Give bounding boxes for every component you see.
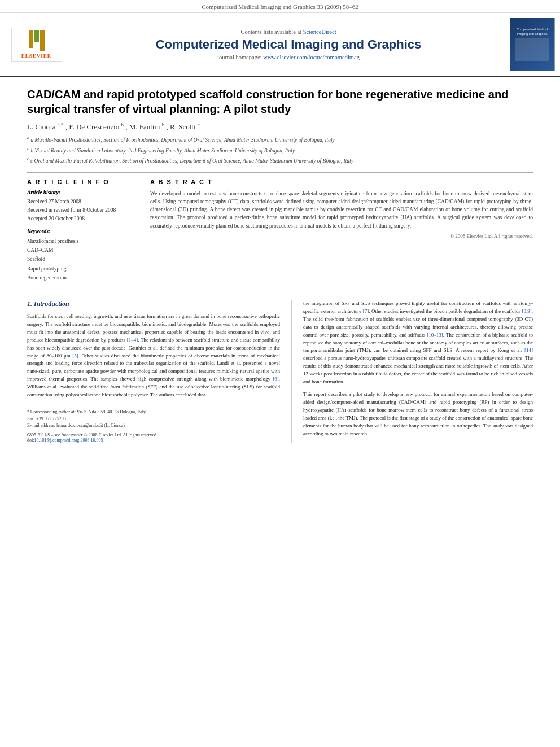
copyright-line: © 2008 Elsevier Ltd. All rights reserved… bbox=[150, 233, 533, 239]
article-header-section: CAD/CAM and rapid prototyped scaffold co… bbox=[0, 77, 560, 294]
affil-1-sup: a bbox=[27, 136, 29, 141]
journal-citation-bar: Computerized Medical Imaging and Graphic… bbox=[0, 0, 560, 13]
author-1: L. Ciocca bbox=[27, 123, 58, 131]
journal-cover-section: Computerized Medical Imaging and Graphic… bbox=[504, 13, 560, 76]
article-title: CAD/CAM and rapid prototyped scaffold co… bbox=[27, 87, 533, 116]
author-separator-2: , M. Fantini bbox=[125, 123, 162, 131]
affil-2-text: b Virtual Reality and Simulation Laborat… bbox=[30, 148, 295, 154]
author-3-sup: b bbox=[162, 122, 165, 128]
ref-10-13: [10–13] bbox=[427, 332, 443, 338]
doi-section: 0895-6111/$ – see front matter © 2008 El… bbox=[27, 433, 280, 443]
cover-title-text: Computerized Medical Imaging and Graphic… bbox=[513, 28, 552, 36]
citation-text: Computerized Medical Imaging and Graphic… bbox=[202, 3, 358, 10]
corresponding-footnote: * Corresponding author at: Via S. Vitale… bbox=[27, 409, 280, 416]
journal-title-section: Contents lists available at ScienceDirec… bbox=[73, 13, 504, 76]
ref-1-4: [1–4] bbox=[127, 337, 138, 343]
keyword-5: Bone regeneration bbox=[27, 273, 140, 282]
keyword-2: CAD–CAM bbox=[27, 246, 140, 255]
elsevier-brand: ELSEVIER bbox=[21, 53, 52, 59]
keyword-3: Scaffold bbox=[27, 255, 140, 264]
issn-text: 0895-6111/$ – see front matter © 2008 El… bbox=[27, 433, 280, 438]
affil-2-sup: b bbox=[27, 146, 29, 151]
ref-5: [5] bbox=[72, 353, 78, 359]
main-content-section: 1. Introduction Scaffolds for stem cell … bbox=[0, 294, 560, 454]
keywords-section: Keywords: Maxillofacial prosthesis CAD–C… bbox=[27, 229, 140, 282]
elsevier-logo-section: ELSEVIER bbox=[0, 13, 73, 76]
abstract-text: We developed a model to test new bone co… bbox=[150, 190, 533, 230]
journal-header: ELSEVIER Contents lists available at Sci… bbox=[0, 13, 560, 77]
logo-bar-1 bbox=[29, 30, 33, 48]
author-4-sup: c bbox=[198, 122, 200, 128]
email-footnote: E-mail address: leonardo.ciocca@unibo.it… bbox=[27, 422, 280, 429]
affil-1-text: a Maxillo-Facial Prosthodontics, Section… bbox=[30, 137, 334, 143]
abstract-column: A B S T R A C T We developed a model to … bbox=[150, 178, 533, 282]
fax-footnote: Fax: +39 051 225208. bbox=[27, 416, 280, 422]
sciencedirect-link[interactable]: ScienceDirect bbox=[303, 29, 336, 35]
received-date: Received 27 March 2008 bbox=[27, 198, 140, 206]
section-title-text: Introduction bbox=[34, 300, 69, 308]
author-1-sup: a,* bbox=[58, 122, 64, 128]
affiliation-1: a a Maxillo-Facial Prosthodontics, Secti… bbox=[27, 135, 533, 144]
affil-3-sup: c bbox=[27, 156, 29, 161]
intro-paragraph-2: the integration of SFF and SLS technique… bbox=[303, 300, 533, 386]
footnote-section: * Corresponding author at: Via S. Vitale… bbox=[27, 405, 280, 429]
left-column: 1. Introduction Scaffolds for stem cell … bbox=[27, 300, 280, 443]
keyword-4: Rapid prototyping bbox=[27, 264, 140, 273]
author-separator-3: , R. Scotti bbox=[167, 123, 198, 131]
history-label: Article history: bbox=[27, 190, 140, 195]
homepage-link[interactable]: www.elsevier.com/locate/compmedimag bbox=[263, 54, 360, 60]
logo-bar-3 bbox=[40, 30, 45, 51]
affil-3-text: c Oral and Maxillo-Facial Rehabilitation… bbox=[30, 158, 353, 164]
cover-image-placeholder bbox=[515, 38, 549, 61]
homepage-prefix: journal homepage: bbox=[217, 54, 263, 60]
keywords-label: Keywords: bbox=[27, 229, 140, 234]
article-info-heading: A R T I C L E I N F O bbox=[27, 178, 140, 185]
column-divider bbox=[291, 300, 292, 443]
section-number: 1. bbox=[27, 300, 32, 308]
affiliation-2: b b Virtual Reality and Simulation Labor… bbox=[27, 146, 533, 155]
sciencedirect-prefix: Contents lists available at bbox=[240, 29, 303, 35]
logo-bar-2 bbox=[34, 30, 39, 42]
elsevier-logo: ELSEVIER bbox=[11, 28, 62, 62]
page: Computerized Medical Imaging and Graphic… bbox=[0, 0, 560, 747]
ref-6: [6] bbox=[273, 376, 279, 382]
revised-date: Received in revised form 8 October 2008 bbox=[27, 206, 140, 215]
keyword-1: Maxillofacial prosthesis bbox=[27, 237, 140, 246]
info-abstract-section: A R T I C L E I N F O Article history: R… bbox=[27, 178, 533, 282]
logo-image: ELSEVIER bbox=[11, 28, 62, 62]
article-info-column: A R T I C L E I N F O Article history: R… bbox=[27, 178, 140, 282]
logo-bars bbox=[29, 30, 45, 51]
abstract-heading: A B S T R A C T bbox=[150, 178, 533, 185]
ref-14: [14] bbox=[524, 347, 533, 353]
doi-label: doi: bbox=[27, 438, 34, 443]
intro-paragraph-1: Scaffolds for stem cell seeding, ingrowt… bbox=[27, 313, 280, 399]
header-divider bbox=[27, 172, 533, 173]
intro-heading: 1. Introduction bbox=[27, 300, 280, 308]
doi-link[interactable]: 10.1016/j.compmedimag.2008.10.005 bbox=[34, 438, 103, 443]
ref-7: [7] bbox=[363, 308, 369, 314]
right-column: the integration of SFF and SLS technique… bbox=[303, 300, 533, 443]
ref-8-9: [8,9] bbox=[522, 308, 532, 314]
journal-cover-thumbnail: Computerized Medical Imaging and Graphic… bbox=[510, 18, 555, 71]
accepted-date: Accepted 20 October 2008 bbox=[27, 215, 140, 223]
doi-text: doi:10.1016/j.compmedimag.2008.10.005 bbox=[27, 438, 280, 443]
affiliation-3: c c Oral and Maxillo-Facial Rehabilitati… bbox=[27, 156, 533, 165]
journal-homepage-line: journal homepage: www.elsevier.com/locat… bbox=[217, 54, 360, 60]
authors-line: L. Ciocca a,* , F. De Crescenzio b , M. … bbox=[27, 122, 533, 132]
journal-main-title: Computerized Medical Imaging and Graphic… bbox=[156, 37, 422, 52]
affiliations-section: a a Maxillo-Facial Prosthodontics, Secti… bbox=[27, 135, 533, 165]
author-2-sup: b bbox=[121, 122, 124, 128]
author-separator-1: , F. De Crescenzio bbox=[65, 123, 121, 131]
intro-paragraph-3: This report describes a pilot study to d… bbox=[303, 391, 533, 438]
sciencedirect-line: Contents lists available at ScienceDirec… bbox=[240, 29, 336, 35]
